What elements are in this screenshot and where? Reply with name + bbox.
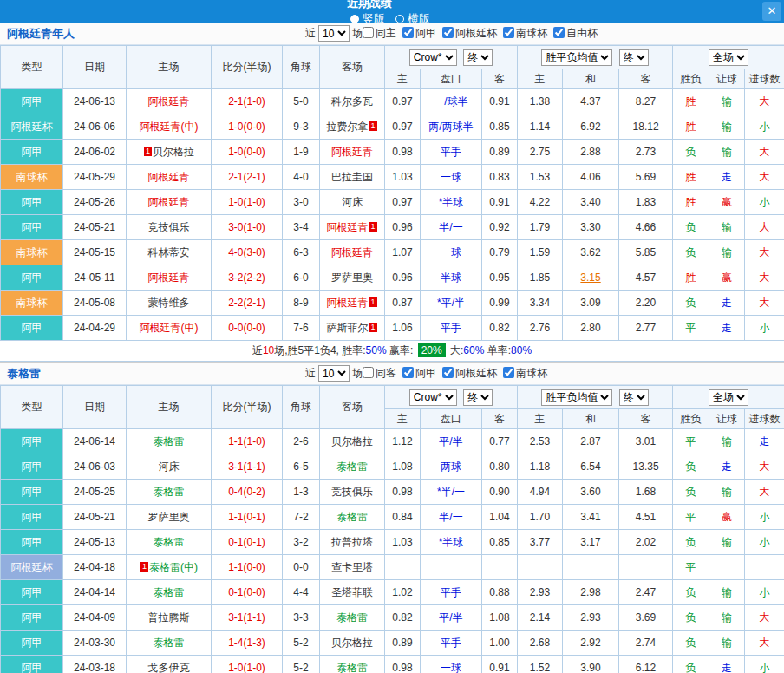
league-checkbox[interactable]: 自由杯 xyxy=(553,27,598,39)
asian-home-odds: 0.82 xyxy=(385,605,421,631)
home-team: 泰格雷 xyxy=(127,631,212,656)
asian-away-odds xyxy=(482,555,518,580)
bookmaker-select[interactable]: Crow* xyxy=(409,49,457,66)
euro-odds-type-select[interactable]: 胜平负均值 xyxy=(541,49,612,66)
handicap-result: 输 xyxy=(709,605,745,631)
column-header-handicap: 盘口 xyxy=(421,69,482,89)
euro-draw-odds: 3.17 xyxy=(563,530,619,555)
league-checkbox[interactable]: 同主 xyxy=(363,27,396,39)
handicap-result: 走 xyxy=(709,291,745,316)
corner-score: 3-4 xyxy=(283,215,320,240)
euro-home-odds: 2.68 xyxy=(518,631,563,656)
euro-draw-odds: 3.41 xyxy=(563,505,619,530)
match-row: 阿甲24-06-03河床3-1(1-1)6-5泰格雷1.08两球0.801.18… xyxy=(1,454,784,480)
asian-home-odds xyxy=(385,555,421,580)
match-date: 24-05-26 xyxy=(63,190,127,215)
corner-score: 7-2 xyxy=(283,505,320,530)
recent-count-select[interactable]: 10 xyxy=(318,365,350,382)
match-date: 24-05-11 xyxy=(63,265,127,291)
match-row: 阿甲24-06-021贝尔格拉1-0(0-0)1-9阿根廷青0.98平手0.89… xyxy=(1,140,784,165)
league-checkbox[interactable]: 阿根廷杯 xyxy=(442,27,497,39)
corner-score: 9-3 xyxy=(283,114,320,140)
summary-text: 80% xyxy=(511,344,532,356)
handicap-final-select[interactable]: 终 xyxy=(463,389,493,406)
result: 负 xyxy=(673,480,709,505)
league-checkbox[interactable]: 阿甲 xyxy=(402,367,436,379)
handicap: 半球 xyxy=(421,265,482,291)
euro-away-odds: 2.73 xyxy=(619,140,673,165)
recent-count-select[interactable]: 10 xyxy=(318,25,350,42)
handicap-final-select[interactable]: 终 xyxy=(463,49,493,66)
asian-home-odds: 0.96 xyxy=(385,215,421,240)
league-type-badge: 南球杯 xyxy=(1,291,63,316)
column-header-euro-away: 客 xyxy=(619,69,673,89)
league-checkbox[interactable]: 阿根廷杯 xyxy=(442,367,497,379)
asian-away-odds: 0.91 xyxy=(482,190,518,215)
euro-away-odds: 13.35 xyxy=(619,454,673,480)
result: 负 xyxy=(673,530,709,555)
euro-draw-odds[interactable]: 3.15 xyxy=(563,265,619,291)
match-row: 南球杯24-05-15科林蒂安4-0(3-0)6-3阿根廷青1.07一球0.79… xyxy=(1,240,784,265)
close-icon[interactable]: ✕ xyxy=(762,2,781,21)
league-checkbox[interactable]: 阿甲 xyxy=(402,27,436,39)
euro-odds-filter-cell: 胜平负均值 终 xyxy=(518,386,673,409)
league-checkbox[interactable]: 南球杯 xyxy=(503,367,547,379)
scope-filter-cell: 全场 xyxy=(673,46,784,69)
goals-result: 小 xyxy=(745,530,784,555)
euro-final-select[interactable]: 终 xyxy=(619,389,649,406)
corner-score: 3-0 xyxy=(283,190,320,215)
handicap: 一球 xyxy=(421,656,482,673)
league-checkbox[interactable]: 同客 xyxy=(363,367,396,379)
home-team: 戈多伊克 xyxy=(127,656,212,673)
scope-select[interactable]: 全场 xyxy=(709,389,748,406)
handicap-result: 输 xyxy=(709,631,745,656)
corner-score: 4-4 xyxy=(283,580,320,605)
goals-result: 大 xyxy=(745,480,784,505)
league-type-badge: 阿甲 xyxy=(1,316,63,341)
summary-text: 近 xyxy=(252,344,263,356)
match-row: 阿根廷杯24-06-06阿根廷青(中)1-0(0-0)9-3拉费尔拿10.97两… xyxy=(1,114,784,140)
goals-result: 小 xyxy=(745,656,784,673)
asian-home-odds: 0.87 xyxy=(385,291,421,316)
goals-result: 小 xyxy=(745,316,784,341)
matches-table: 类型 日期 主场 比分(半场) 角球 客场 Crow* 终 胜平负均值 终 全场 xyxy=(0,45,784,341)
corner-score: 7-6 xyxy=(283,316,320,341)
team-name: 阿根廷青年人 xyxy=(7,26,75,42)
home-team: 河床 xyxy=(127,454,212,480)
corner-score: 3-3 xyxy=(283,605,320,631)
handicap-filter-cell: Crow* 终 xyxy=(385,386,518,409)
corner-score: 5-2 xyxy=(283,631,320,656)
euro-odds-type-select[interactable]: 胜平负均值 xyxy=(541,389,612,406)
euro-draw-odds: 6.92 xyxy=(563,114,619,140)
euro-away-odds: 4.51 xyxy=(619,505,673,530)
asian-home-odds: 0.98 xyxy=(385,656,421,673)
euro-final-select[interactable]: 终 xyxy=(619,49,649,66)
asian-home-odds: 1.08 xyxy=(385,454,421,480)
league-type-badge: 阿甲 xyxy=(1,89,63,114)
handicap-result: 输 xyxy=(709,530,745,555)
euro-away-odds: 2.20 xyxy=(619,291,673,316)
euro-draw-odds: 2.80 xyxy=(563,316,619,341)
euro-draw-odds: 2.92 xyxy=(563,631,619,656)
away-team: 贝尔格拉 xyxy=(320,631,385,656)
handicap-result: 赢 xyxy=(709,265,745,291)
euro-home-odds: 2.53 xyxy=(518,429,563,454)
result: 负 xyxy=(673,140,709,165)
scope-select[interactable]: 全场 xyxy=(709,49,748,66)
league-checkbox[interactable]: 南球杯 xyxy=(503,27,547,39)
score: 1-1(0-1) xyxy=(212,505,283,530)
column-header-asian-away: 客 xyxy=(482,409,518,429)
bookmaker-select[interactable]: Crow* xyxy=(409,389,457,406)
column-header-asian-home: 主 xyxy=(385,69,421,89)
away-team: 萨斯菲尔1 xyxy=(320,316,385,341)
asian-away-odds: 0.88 xyxy=(482,580,518,605)
league-type-badge: 南球杯 xyxy=(1,240,63,265)
handicap: 平/半 xyxy=(421,429,482,454)
corner-score: 5-2 xyxy=(283,656,320,673)
asian-away-odds: 0.99 xyxy=(482,291,518,316)
score: 1-4(1-3) xyxy=(212,631,283,656)
goals-result: 大 xyxy=(745,605,784,631)
handicap-result: 输 xyxy=(709,240,745,265)
result: 胜 xyxy=(673,165,709,190)
column-header-score: 比分(半场) xyxy=(212,386,283,429)
